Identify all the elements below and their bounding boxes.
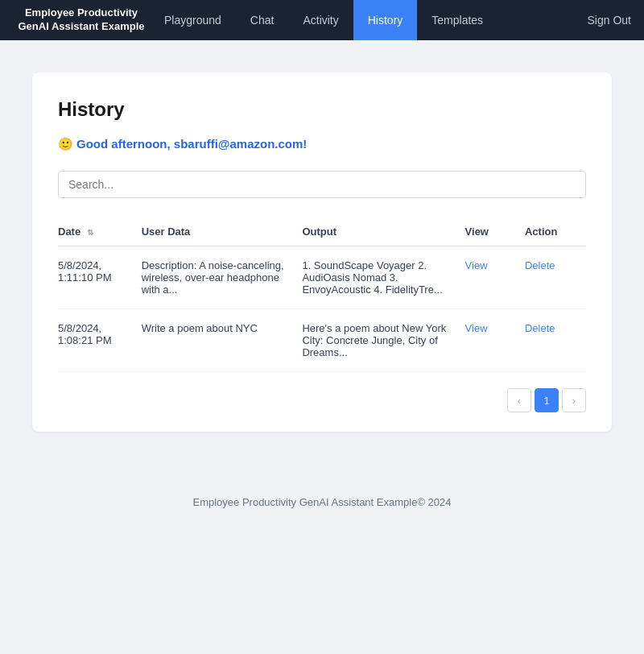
table-body: 5/8/2024, 1:11:10 PM Description: A nois… <box>58 246 586 372</box>
view-link-1[interactable]: View <box>465 259 488 271</box>
table-row: 5/8/2024, 1:08:21 PM Write a poem about … <box>58 309 586 372</box>
nav-links: Playground Chat Activity History Templat… <box>150 0 588 40</box>
table-header: Date ⇅ User Data Output View Action <box>58 217 586 246</box>
cell-userdata-1: Description: A noise-canceling, wireless… <box>142 246 303 309</box>
cell-date-1: 5/8/2024, 1:11:10 PM <box>58 246 142 309</box>
delete-link-2[interactable]: Delete <box>525 322 555 334</box>
nav-link-playground[interactable]: Playground <box>150 0 236 40</box>
delete-link-1[interactable]: Delete <box>525 259 555 271</box>
view-link-2[interactable]: View <box>465 322 488 334</box>
main-container: History 🙂Good afternoon, sbaruffi@amazon… <box>16 40 628 448</box>
pagination-next[interactable]: › <box>562 388 586 412</box>
col-header-date[interactable]: Date ⇅ <box>58 217 142 246</box>
cell-output-1: 1. SoundScape Voyager 2. AudiOasis Nomad… <box>302 246 464 309</box>
nav-link-history[interactable]: History <box>353 0 418 40</box>
greeting: 🙂Good afternoon, sbaruffi@amazon.com! <box>58 137 586 151</box>
nav-link-chat[interactable]: Chat <box>236 0 289 40</box>
page-title: History <box>58 98 586 121</box>
footer-text: Employee Productivity GenAI Assistant Ex… <box>192 496 451 508</box>
greeting-text: Good afternoon, sbaruffi@amazon.com! <box>76 137 307 151</box>
cell-output-2: Here's a poem about New York City: Concr… <box>302 309 464 372</box>
cell-date-2: 5/8/2024, 1:08:21 PM <box>58 309 142 372</box>
signout-button[interactable]: Sign Out <box>588 14 631 27</box>
cell-view-1: View <box>465 246 525 309</box>
col-header-view: View <box>465 217 525 246</box>
col-header-userdata: User Data <box>142 217 303 246</box>
cell-view-2: View <box>465 309 525 372</box>
content-card: History 🙂Good afternoon, sbaruffi@amazon… <box>32 72 612 432</box>
search-container <box>58 171 586 198</box>
footer: Employee Productivity GenAI Assistant Ex… <box>0 480 644 524</box>
col-header-output: Output <box>302 217 464 246</box>
cell-userdata-2: Write a poem about NYC <box>142 309 303 372</box>
cell-action-2: Delete <box>525 309 586 372</box>
pagination-page-1[interactable]: 1 <box>535 388 559 412</box>
pagination-prev[interactable]: ‹ <box>507 388 531 412</box>
col-header-action: Action <box>525 217 586 246</box>
nav-link-templates[interactable]: Templates <box>417 0 497 40</box>
navbar: Employee Productivity GenAI Assistant Ex… <box>0 0 644 40</box>
greeting-emoji: 🙂 <box>58 137 73 151</box>
cell-action-1: Delete <box>525 246 586 309</box>
table-row: 5/8/2024, 1:11:10 PM Description: A nois… <box>58 246 586 309</box>
pagination: ‹ 1 › <box>58 388 586 412</box>
sort-icon-date: ⇅ <box>87 228 93 237</box>
search-input[interactable] <box>58 171 586 198</box>
app-brand: Employee Productivity GenAI Assistant Ex… <box>13 6 150 34</box>
history-table: Date ⇅ User Data Output View Action 5/8/… <box>58 217 586 372</box>
nav-link-activity[interactable]: Activity <box>288 0 353 40</box>
